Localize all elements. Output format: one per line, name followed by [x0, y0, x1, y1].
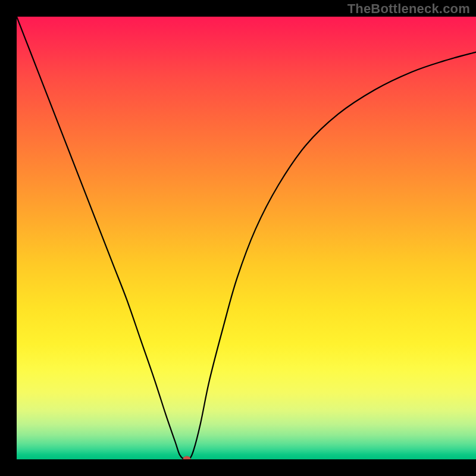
chart-frame: TheBottleneck.com	[0, 0, 476, 476]
watermark-text: TheBottleneck.com	[347, 1, 470, 17]
optimum-marker	[183, 456, 190, 460]
plot-area	[17, 17, 476, 459]
gradient-background	[17, 17, 476, 459]
